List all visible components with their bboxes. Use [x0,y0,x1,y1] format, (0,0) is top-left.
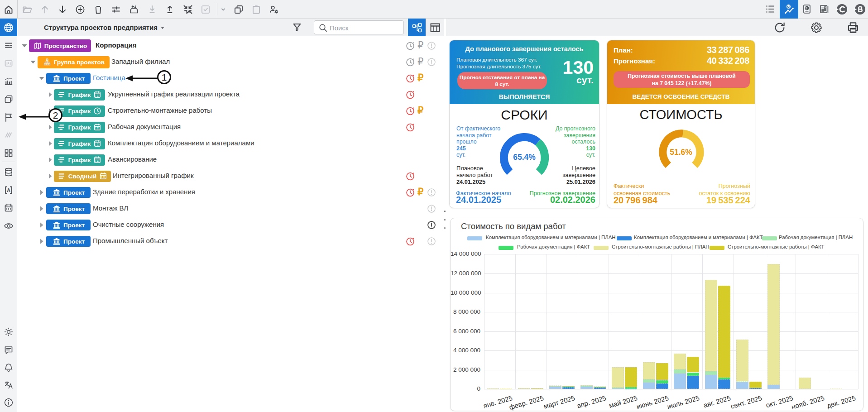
svg-text:A: A [7,187,10,193]
